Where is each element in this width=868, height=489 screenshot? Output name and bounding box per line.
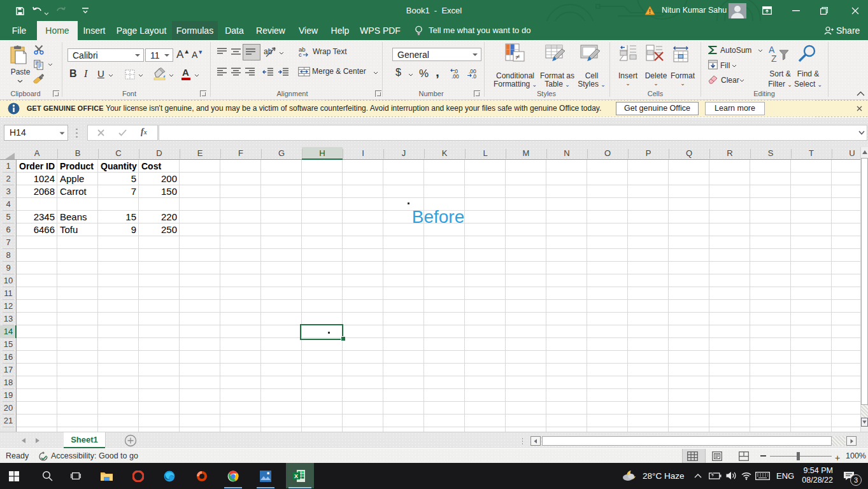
svg-text:.00: .00 [452,73,459,79]
svg-text:Z: Z [771,53,777,63]
svg-text:≠: ≠ [515,52,520,62]
svg-text:.0: .0 [472,73,476,79]
svg-text:X: X [294,473,298,479]
svg-text:c: c [299,51,302,57]
